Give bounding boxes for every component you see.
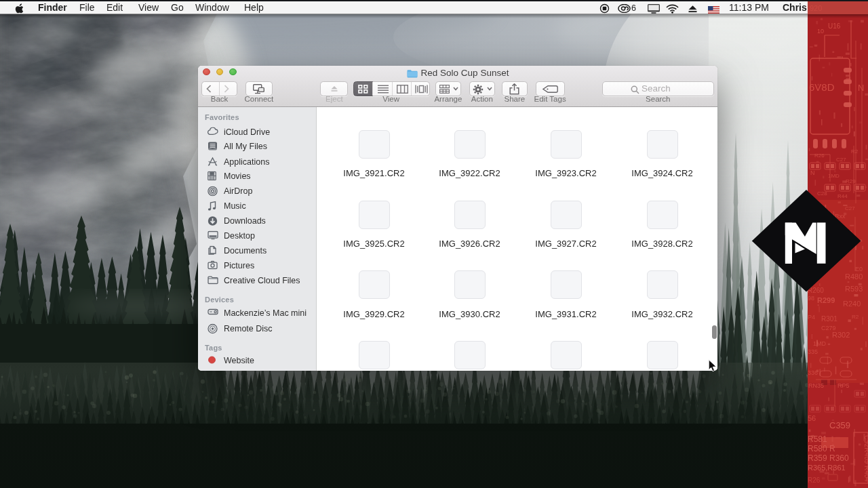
svg-text:R580 R: R580 R	[808, 444, 835, 453]
svg-text:336: 336	[808, 369, 818, 376]
svg-text:10: 10	[817, 28, 824, 35]
svg-text:6V8D: 6V8D	[809, 81, 835, 93]
svg-text:56: 56	[808, 414, 816, 422]
svg-text:1MD: 1MD	[813, 340, 827, 347]
svg-text:C27: C27	[836, 157, 846, 163]
svg-text:C359: C359	[829, 420, 850, 430]
svg-text:R29: R29	[846, 178, 856, 184]
svg-text:RN35: RN35	[808, 382, 824, 389]
svg-text:R26: R26	[808, 476, 821, 484]
svg-text:R359 R360: R359 R360	[808, 453, 849, 463]
svg-text:920: 920	[810, 4, 822, 12]
svg-text:R26: R26	[814, 152, 825, 159]
svg-text:R581: R581	[808, 434, 827, 444]
svg-text:C92R409 R404: C92R409 R404	[863, 435, 868, 482]
svg-text:N: N	[810, 169, 815, 176]
svg-text:R299: R299	[817, 296, 835, 304]
svg-text:N: N	[858, 83, 864, 93]
svg-text:R240: R240	[843, 300, 861, 308]
svg-text:R2: R2	[852, 314, 859, 320]
svg-text:RP5: RP5	[837, 382, 850, 389]
svg-text:R302: R302	[832, 331, 850, 339]
svg-text:P4: P4	[808, 314, 815, 321]
svg-text:R2: R2	[851, 148, 859, 155]
svg-text:335: 335	[808, 348, 818, 355]
svg-text:U16: U16	[828, 22, 841, 30]
svg-text:R365,R361: R365,R361	[808, 464, 846, 472]
svg-text:R301: R301	[821, 315, 837, 323]
